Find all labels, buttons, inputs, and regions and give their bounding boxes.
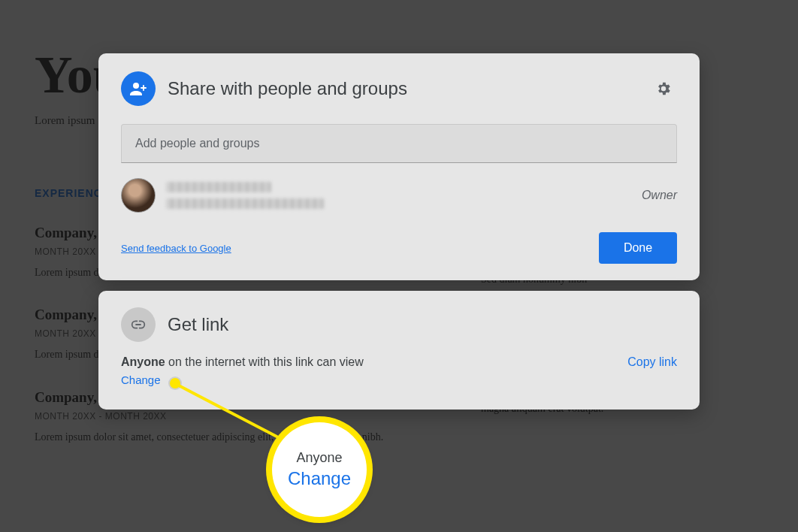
callout-dot [170, 378, 180, 388]
change-link-access[interactable]: Change [121, 373, 161, 386]
share-dialog-title: Share with people and groups [168, 78, 638, 99]
magnifier-callout: Anyone Change [272, 422, 367, 517]
link-icon [121, 307, 156, 342]
done-button[interactable]: Done [599, 232, 677, 264]
get-link-title: Get link [168, 314, 677, 335]
magnifier-anyone-text: Anyone [296, 450, 342, 466]
share-dialog: Share with people and groups Add people … [98, 53, 700, 280]
owner-role: Owner [642, 189, 677, 202]
person-add-icon [121, 71, 156, 106]
settings-button[interactable] [650, 75, 677, 102]
avatar [121, 178, 156, 213]
add-people-placeholder: Add people and groups [135, 137, 259, 150]
add-people-input[interactable]: Add people and groups [121, 124, 677, 163]
send-feedback-link[interactable]: Send feedback to Google [121, 243, 231, 254]
svg-point-0 [133, 83, 139, 89]
get-link-dialog: Get link Anyone on the internet with thi… [98, 291, 700, 410]
owner-row: Owner [121, 178, 677, 213]
link-visibility-text: Anyone on the internet with this link ca… [121, 355, 364, 369]
gear-icon [655, 80, 672, 97]
magnifier-change-link[interactable]: Change [288, 468, 351, 489]
owner-name-redacted [166, 182, 631, 209]
copy-link-button[interactable]: Copy link [627, 355, 677, 369]
